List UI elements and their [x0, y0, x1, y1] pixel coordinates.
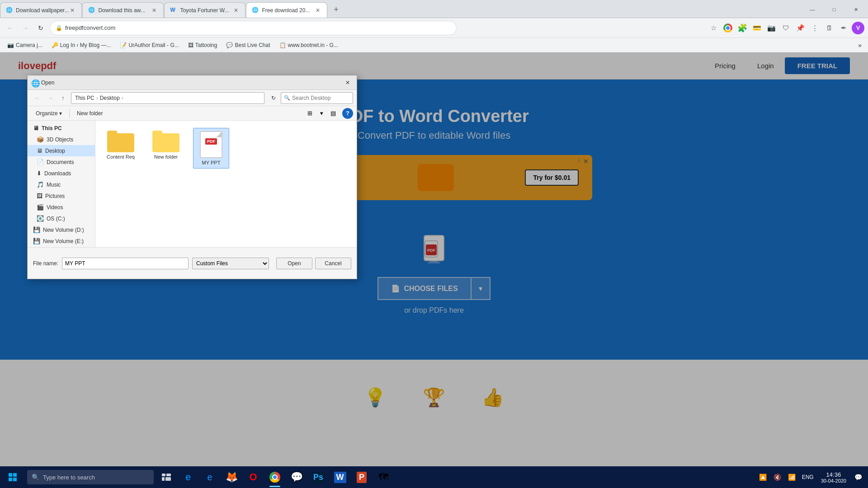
file-item-myppt[interactable]: PDF MY PPT [193, 128, 229, 169]
start-button[interactable] [0, 466, 25, 488]
sidebar-item-volumed[interactable]: 💾 New Volume (D:) [28, 224, 95, 235]
taskbar-search-box[interactable]: 🔍 Type here to search [27, 470, 154, 484]
change-view-button[interactable]: ⊞ [304, 108, 315, 119]
taskbar-network-button[interactable]: 📶 [786, 468, 798, 486]
sidebar-item-music[interactable]: 🎵 Music [28, 179, 95, 190]
bookmark-star-button[interactable]: ☆ [707, 22, 720, 34]
file-item-newfolder[interactable]: New folder [148, 128, 184, 169]
sidebar-item-pictures[interactable]: 🖼 Pictures [28, 190, 95, 202]
back-button[interactable]: ← [4, 22, 16, 34]
layout-button[interactable]: ▤ [328, 108, 339, 119]
maximize-button[interactable]: □ [824, 2, 844, 17]
extensions-button[interactable]: 🧩 [736, 22, 749, 34]
firefox-icon: 🦊 [226, 471, 238, 483]
taskbar-maps-button[interactable]: 🗺 [373, 466, 394, 488]
filename-input[interactable] [62, 258, 189, 269]
bookmark-camera[interactable]: 📷 Camera j... [4, 41, 46, 50]
bookmark-myblog[interactable]: 🔑 Log In ‹ My Blog —... [48, 41, 115, 50]
sidebar-item-volumee[interactable]: 💾 New Volume (E:) [28, 235, 95, 247]
refresh-button[interactable]: ↻ [34, 22, 47, 34]
taskbar-powerpoint-button[interactable]: P [351, 466, 373, 488]
dialog-up-button[interactable]: ↑ [58, 93, 67, 103]
new-tab-button[interactable]: + [330, 3, 342, 16]
taskbar-firefox-button[interactable]: 🦊 [221, 466, 242, 488]
sidebar-item-downloads[interactable]: ⬇ Downloads [28, 168, 95, 179]
folder-icon-contentreq [107, 131, 134, 152]
taskbar-word-button[interactable]: W [329, 466, 351, 488]
sidebar-item-3dobjects[interactable]: 📦 3D Objects [28, 134, 95, 145]
tab-close-3[interactable]: ✕ [232, 7, 240, 14]
bookmark-livechat[interactable]: 💬 Best Live Chat [222, 41, 274, 50]
camera-icon[interactable]: 📷 [765, 22, 778, 34]
filetype-select[interactable]: Custom Files [192, 258, 269, 269]
taskbar-taskview-button[interactable] [156, 466, 177, 488]
music-icon: 🎵 [37, 181, 44, 188]
tab-close-4[interactable]: ✕ [314, 7, 321, 14]
taskbar-volume-button[interactable]: 🔇 [771, 468, 784, 486]
close-button[interactable]: ✕ [845, 2, 866, 17]
pen-icon[interactable]: ✒ [837, 22, 850, 34]
dialog-refresh-button[interactable]: ↻ [268, 93, 279, 103]
chrome-icon-btn[interactable] [722, 22, 734, 34]
camera-bookmark-icon: 📷 [7, 42, 14, 48]
breadcrumb-bar[interactable]: This PC › Desktop › [71, 92, 264, 104]
downloads-label: Downloads [44, 170, 71, 177]
dialog-cancel-button[interactable]: Cancel [315, 258, 351, 269]
taskbar-ie-button[interactable]: e [199, 466, 221, 488]
bootnet-bookmark-icon: 📋 [279, 42, 286, 48]
sidebar-item-thispc[interactable]: 🖥 This PC [28, 122, 95, 134]
new-folder-button[interactable]: New folder [72, 109, 107, 118]
search-box[interactable]: 🔍 [281, 92, 353, 104]
dialog-toolbar: ← → ↑ This PC › Desktop › ↻ 🔍 [28, 90, 357, 106]
shield-icon[interactable]: 🛡 [779, 22, 792, 34]
taskbar-chrome-button[interactable] [264, 466, 286, 488]
bookmark-urauthor[interactable]: 📝 UrAuthor Email - G... [116, 41, 182, 50]
view-options-button[interactable]: ▾ [316, 108, 327, 119]
documents-icon: 📄 [37, 159, 44, 165]
sidebar-item-volumef[interactable]: 💾 New Volume (F:) [28, 247, 95, 247]
bookmark-tattooing[interactable]: 🖼 Tattooing [184, 41, 221, 50]
taskbar-clock[interactable]: 14:36 30-04-2020 [817, 471, 850, 483]
calendar-icon[interactable]: 🗓 [823, 22, 835, 34]
help-button[interactable]: ? [342, 108, 353, 119]
sidebar-item-osc[interactable]: 💽 OS (C:) [28, 213, 95, 224]
taskbar-whatsapp-button[interactable]: 💬 [286, 466, 307, 488]
dialog-close-button[interactable]: ✕ [342, 77, 353, 88]
lock-icon: 🔒 [56, 25, 62, 31]
minimize-button[interactable]: — [802, 2, 823, 17]
address-bar[interactable]: 🔒 freepdfconvert.com [50, 21, 457, 35]
taskbar-opera-button[interactable]: O [242, 466, 264, 488]
bookmark-icon[interactable]: 📌 [794, 22, 807, 34]
organize-button[interactable]: Organize ▾ [31, 109, 66, 118]
tab-close-2[interactable]: ✕ [151, 7, 158, 14]
sidebar-item-documents[interactable]: 📄 Documents [28, 156, 95, 168]
bookmark-bootnet[interactable]: 📋 www.bootnet.in - G... [276, 41, 342, 50]
taskbar-photoshop-button[interactable]: Ps [307, 466, 329, 488]
profile-button[interactable]: V [852, 22, 864, 34]
forward-button[interactable]: → [19, 22, 32, 34]
taskbar-edge-button[interactable]: e [177, 466, 199, 488]
dialog-forward-button[interactable]: → [45, 93, 57, 103]
dialog-search-input[interactable] [292, 95, 360, 101]
file-item-contentreq[interactable]: Content Req [103, 128, 139, 169]
edge-icon: e [185, 471, 191, 483]
taskbar-chevron-button[interactable]: 🔼 [757, 468, 769, 486]
menu-icon[interactable]: ⋮ [808, 22, 821, 34]
wallet-icon[interactable]: 💳 [750, 22, 763, 34]
dialog-titlebar: 🌐 Open ✕ [28, 75, 357, 90]
volumee-icon: 💾 [33, 238, 40, 244]
tab-1[interactable]: 🌐 Download wallpaper... ✕ [0, 2, 82, 18]
dialog-back-button[interactable]: ← [31, 93, 43, 103]
sidebar-item-videos[interactable]: 🎬 Videos [28, 202, 95, 213]
ie-icon: e [207, 472, 212, 483]
tab-close-1[interactable]: ✕ [69, 7, 76, 14]
file-dialog-overlay: 🌐 Open ✕ ← → ↑ This PC › Desktop › ↻ [0, 52, 868, 488]
bookmarks-more-button[interactable]: » [855, 40, 864, 50]
dialog-open-button[interactable]: Open [276, 258, 312, 269]
breadcrumb-sep-2-icon: › [122, 95, 123, 101]
tab-4[interactable]: 🌐 Free download 20... ✕ [246, 2, 327, 18]
tab-2[interactable]: 🌐 Download this aw... ✕ [82, 2, 164, 18]
tab-3[interactable]: W Toyota Fortuner W... ✕ [164, 2, 245, 18]
taskbar-notification-button[interactable]: 💬 [852, 468, 864, 486]
sidebar-item-desktop[interactable]: 🖥 Desktop [28, 145, 95, 156]
